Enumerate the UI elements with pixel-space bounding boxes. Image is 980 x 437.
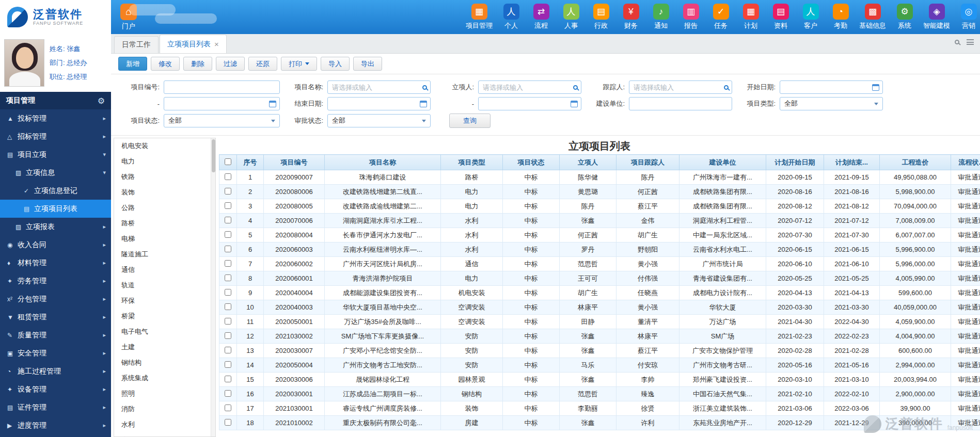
cell-name[interactable]: 睿运专线广州调度房装修...	[325, 401, 441, 416]
delete-button[interactable]: 删除	[183, 57, 212, 71]
category-item-电子电气[interactable]: 电子电气	[114, 324, 215, 339]
import-button[interactable]: 导入	[321, 57, 350, 71]
edit-button[interactable]: 修改	[151, 57, 180, 71]
category-item-房建[interactable]: 房建	[114, 432, 215, 437]
cell-name[interactable]: 云南水利枢纽潜明水库—...	[325, 242, 441, 257]
category-item-消防[interactable]: 消防	[114, 401, 215, 417]
gear-icon[interactable]: ⚙	[98, 96, 105, 106]
row-checkbox[interactable]	[225, 260, 231, 267]
cell-code[interactable]: 2020030001	[264, 387, 325, 401]
cell-code[interactable]: 2020070006	[264, 214, 325, 228]
cell-tracker[interactable]: 林康平	[617, 329, 679, 344]
row-checkbox[interactable]	[225, 217, 231, 223]
cell-creator[interactable]: 陈丹	[560, 199, 617, 214]
query-button[interactable]: 查询	[449, 114, 491, 128]
row-checkbox[interactable]	[225, 390, 231, 397]
print-button[interactable]: 打印	[281, 57, 317, 71]
column-header-计划结束...[interactable]: 计划结束...	[824, 155, 880, 170]
cell-tracker[interactable]: 蔡江平	[617, 199, 679, 214]
project-name-input[interactable]	[327, 80, 431, 94]
sidebar-item-进度管理[interactable]: ▶进度管理▸	[0, 416, 111, 434]
cell-tracker[interactable]: 付伟强	[617, 271, 679, 286]
column-header-计划开始日期[interactable]: 计划开始日期	[766, 155, 824, 170]
menu-icon[interactable]	[967, 39, 974, 45]
cell-tracker[interactable]: 陈丹	[617, 170, 679, 185]
row-checkbox[interactable]	[225, 289, 231, 296]
scrollbar-thumb[interactable]	[212, 139, 215, 172]
row-checkbox[interactable]	[225, 376, 231, 382]
category-item-铁路[interactable]: 铁路	[114, 169, 215, 185]
sidebar-item-招标管理[interactable]: △招标管理▸	[0, 127, 111, 145]
cell-code[interactable]: 2020080006	[264, 185, 325, 199]
cell-name[interactable]: 珠海鹤港口建设	[325, 170, 441, 185]
cell-name[interactable]: 晟铭园林绿化工程	[325, 373, 441, 387]
module-item-人事[interactable]: 人人事	[560, 4, 582, 30]
project-code-input[interactable]	[164, 80, 280, 94]
cell-tracker[interactable]: 野朝阳	[617, 242, 679, 257]
cell-tracker[interactable]: 金伟	[617, 214, 679, 228]
search-icon[interactable]	[724, 85, 729, 90]
module-item-报告[interactable]: ▥报告	[679, 4, 702, 30]
row-checkbox[interactable]	[225, 188, 231, 195]
close-icon[interactable]: ×	[214, 40, 219, 48]
cell-code[interactable]: 2020060002	[264, 257, 325, 271]
category-item-电力[interactable]: 电力	[114, 154, 215, 169]
cell-code[interactable]: 2020030007	[264, 344, 325, 358]
sidebar-item-投标管理[interactable]: ▲投标管理▸	[0, 109, 111, 127]
column-header-项目状态[interactable]: 项目状态	[503, 155, 560, 170]
cell-code[interactable]: 2021030002	[264, 329, 325, 344]
cell-creator[interactable]: 张鑫	[560, 214, 617, 228]
cell-tracker[interactable]: 黄小强	[617, 300, 679, 315]
sidebar-item-立项信息[interactable]: ▨立项信息▾	[0, 164, 111, 182]
cell-code[interactable]: 2021030001	[264, 401, 325, 416]
cell-creator[interactable]: 何正茜	[560, 228, 617, 242]
search-icon[interactable]	[573, 85, 578, 90]
cell-tracker[interactable]: 蔡江平	[617, 344, 679, 358]
cell-creator[interactable]: 李勤丽	[560, 401, 617, 416]
category-item-装饰[interactable]: 装饰	[114, 185, 215, 200]
calendar-icon[interactable]	[420, 101, 427, 107]
cell-name[interactable]: 广州市文物考古工地安防...	[325, 358, 441, 373]
cell-name[interactable]: 广州市天河区统计局机房...	[325, 257, 441, 271]
filter-button[interactable]: 过滤	[216, 57, 245, 71]
cell-tracker[interactable]: 任晓燕	[617, 286, 679, 300]
tab-立项项目列表[interactable]: 立项项目列表×	[160, 35, 227, 53]
sidebar-item-项目立项[interactable]: ▤项目立项▾	[0, 145, 111, 164]
column-header-建设单位[interactable]: 建设单位	[679, 155, 766, 170]
module-item-计划[interactable]: ▦计划	[739, 4, 762, 30]
category-item-水利[interactable]: 水利	[114, 417, 215, 432]
module-item-基础信息[interactable]: ▩基础信息	[859, 4, 886, 30]
module-item-通知[interactable]: ♪通知	[650, 4, 672, 30]
cell-tracker[interactable]: 徐贤	[617, 401, 679, 416]
row-checkbox[interactable]	[225, 274, 231, 281]
row-checkbox[interactable]	[225, 318, 231, 325]
cell-code[interactable]: 2020050001	[264, 315, 325, 329]
cell-code[interactable]: 2020040003	[264, 300, 325, 315]
build-unit-input[interactable]	[629, 97, 732, 110]
restore-button[interactable]: 还原	[248, 57, 277, 71]
calendar-icon[interactable]	[872, 84, 879, 91]
cell-tracker[interactable]: 董清平	[617, 315, 679, 329]
module-item-流程[interactable]: ⇄流程	[530, 4, 552, 30]
column-header-项目跟踪人[interactable]: 项目跟踪人	[617, 155, 679, 170]
category-item-隧道施工[interactable]: 隧道施工	[114, 247, 215, 262]
sidebar-item-设备管理[interactable]: ✦设备管理▸	[0, 380, 111, 398]
cell-name[interactable]: 长春市伊通河水力发电厂...	[325, 228, 441, 242]
cell-creator[interactable]: 田静	[560, 315, 617, 329]
module-item-智能建模[interactable]: ◈智能建模	[923, 4, 950, 30]
cell-tracker[interactable]: 黄小强	[617, 257, 679, 271]
module-item-项目管理[interactable]: ▦项目管理	[466, 4, 493, 30]
column-header-项目编号[interactable]: 项目编号	[264, 155, 325, 170]
cell-creator[interactable]: 张鑫	[560, 373, 617, 387]
module-item-财务[interactable]: ¥财务	[620, 4, 642, 30]
cell-creator[interactable]: 张鑫	[560, 344, 617, 358]
sidebar-item-证件管理[interactable]: ▤证件管理▸	[0, 398, 111, 416]
category-item-公路[interactable]: 公路	[114, 200, 215, 216]
column-header-项目名称[interactable]: 项目名称	[325, 155, 441, 170]
category-scrollbar[interactable]	[211, 138, 215, 436]
module-item-营销[interactable]: ◎营销	[957, 4, 980, 30]
row-checkbox[interactable]	[225, 246, 231, 252]
cell-creator[interactable]: 范思哲	[560, 387, 617, 401]
end-date-from-input[interactable]	[327, 97, 431, 110]
module-item-行政[interactable]: ▤行政	[590, 4, 612, 30]
